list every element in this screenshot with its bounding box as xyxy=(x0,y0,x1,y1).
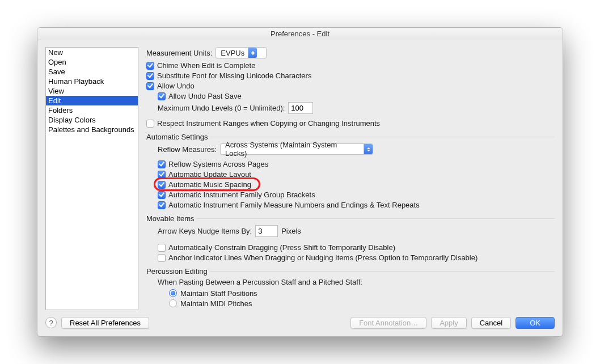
auto-measure-numbers-checkbox[interactable]: Automatic Instrument Family Measure Numb… xyxy=(158,201,420,209)
cancel-button[interactable]: Cancel xyxy=(471,317,511,329)
respect-ranges-checkbox[interactable]: Respect Instrument Ranges when Copying o… xyxy=(146,119,380,128)
substitute-font-checkbox[interactable]: Substitute Font for Missing Unicode Char… xyxy=(146,71,311,80)
checkbox-icon xyxy=(146,72,154,80)
reset-all-button[interactable]: Reset All Preferences xyxy=(61,317,149,329)
auto-constrain-checkbox[interactable]: Automatically Constrain Dragging (Press … xyxy=(158,243,395,252)
checkbox-icon xyxy=(158,244,166,252)
reflow-measures-label: Reflow Measures: xyxy=(158,145,217,154)
chime-checkbox[interactable]: Chime When Edit is Complete xyxy=(146,61,255,70)
measurement-units-select[interactable]: EVPUs xyxy=(216,47,267,58)
automatic-settings-header: Automatic Settings xyxy=(146,133,555,141)
nudge-suffix: Pixels xyxy=(281,227,301,235)
allow-undo-checkbox[interactable]: Allow Undo xyxy=(146,82,195,90)
paste-between-label: When Pasting Between a Percussion Staff … xyxy=(158,278,555,286)
max-undo-field[interactable] xyxy=(288,102,313,114)
checkbox-icon xyxy=(158,254,166,262)
movable-items-header: Movable Items xyxy=(146,214,555,223)
settings-panel: Measurement Units: EVPUs Chime When Edit… xyxy=(146,47,555,310)
maintain-midi-radio[interactable]: Maintain MIDI Pitches xyxy=(169,299,252,308)
select-arrows-icon xyxy=(364,144,373,154)
checkbox-icon xyxy=(146,82,154,90)
help-icon[interactable]: ? xyxy=(45,317,57,328)
checkbox-icon xyxy=(146,120,154,128)
nudge-field[interactable] xyxy=(255,225,278,237)
sidebar-item-edit[interactable]: Edit xyxy=(46,96,138,105)
apply-button[interactable]: Apply xyxy=(431,317,467,329)
auto-update-layout-checkbox[interactable]: Automatic Update Layout xyxy=(158,170,251,179)
measurement-units-label: Measurement Units: xyxy=(146,49,212,57)
preferences-window: Preferences - Edit New Open Save Human P… xyxy=(37,27,563,337)
sidebar-item-human-playback[interactable]: Human Playback xyxy=(46,77,138,86)
checkbox-icon xyxy=(158,92,166,100)
anchor-indicator-checkbox[interactable]: Anchor Indicator Lines When Dragging or … xyxy=(158,253,478,262)
sidebar-item-open[interactable]: Open xyxy=(46,57,138,67)
radio-icon xyxy=(169,289,177,297)
maintain-staff-radio[interactable]: Maintain Staff Positions xyxy=(169,289,257,298)
font-annotation-button[interactable]: Font Annotation… xyxy=(350,317,426,329)
percussion-editing-header: Percussion Editing xyxy=(146,267,555,276)
nudge-label: Arrow Keys Nudge Items By: xyxy=(158,227,252,235)
auto-music-spacing-checkbox[interactable]: Automatic Music Spacing xyxy=(158,180,251,189)
select-arrows-icon xyxy=(248,48,257,58)
content-area: New Open Save Human Playback View Edit F… xyxy=(37,40,563,315)
checkbox-icon xyxy=(158,201,166,209)
auto-brackets-checkbox[interactable]: Automatic Instrument Family Group Bracke… xyxy=(158,191,315,199)
sidebar-item-folders[interactable]: Folders xyxy=(46,105,138,115)
ok-button[interactable]: OK xyxy=(516,317,555,329)
checkbox-icon xyxy=(158,181,166,189)
sidebar-item-save[interactable]: Save xyxy=(46,67,138,77)
allow-undo-past-save-checkbox[interactable]: Allow Undo Past Save xyxy=(158,92,242,100)
sidebar-item-new[interactable]: New xyxy=(46,48,138,57)
checkbox-icon xyxy=(146,62,154,70)
window-title: Preferences - Edit xyxy=(37,28,563,40)
sidebar-item-palettes[interactable]: Palettes and Backgrounds xyxy=(46,125,138,134)
radio-icon xyxy=(169,299,177,307)
sidebar-item-display-colors[interactable]: Display Colors xyxy=(46,115,138,125)
checkbox-icon xyxy=(158,191,166,199)
sidebar-item-view[interactable]: View xyxy=(46,86,138,96)
reflow-measures-select[interactable]: Across Systems (Maintain System Locks) xyxy=(220,143,373,155)
reflow-systems-checkbox[interactable]: Reflow Systems Across Pages xyxy=(158,160,268,168)
max-undo-label: Maximum Undo Levels (0 = Unlimited): xyxy=(158,104,285,112)
footer: ? Reset All Preferences Font Annotation…… xyxy=(37,315,563,336)
checkbox-icon xyxy=(158,171,166,179)
checkbox-icon xyxy=(158,160,166,168)
category-sidebar: New Open Save Human Playback View Edit F… xyxy=(45,47,138,310)
